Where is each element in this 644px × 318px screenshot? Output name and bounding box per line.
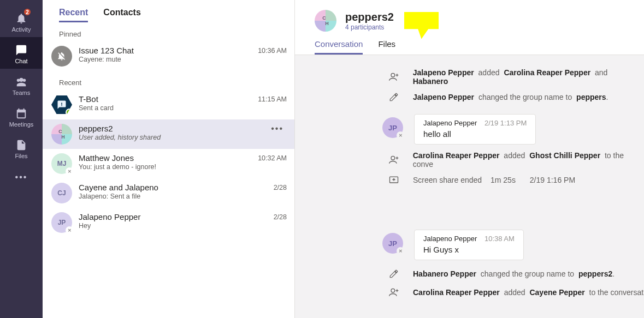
rail-label: Files: [15, 153, 27, 159]
system-screenshare: Screen share ended 1m 25s 2/19 1:16 PM: [295, 171, 644, 189]
chat-preview: Jalapeno: Sent a file: [79, 193, 269, 200]
rail-more[interactable]: •••: [15, 167, 28, 188]
message-bubble[interactable]: Jalapeno Pepper 10:38 AM Hi Guys x: [414, 230, 524, 260]
svg-point-3: [391, 289, 395, 292]
chat-list-panel: Recent Contacts Pinned Issue 123 Chat Ca…: [43, 0, 295, 318]
rail-files[interactable]: Files: [0, 132, 43, 164]
group-avatar: C H: [315, 10, 336, 32]
rail-label: Activity: [12, 26, 31, 33]
activity-badge: 2: [23, 8, 32, 16]
chat-time: 11:15 AM: [258, 94, 287, 103]
chat-time: 10:32 AM: [258, 153, 287, 162]
tab-files[interactable]: Files: [378, 39, 395, 55]
chat-title: T-Bot: [79, 94, 253, 104]
chat-time: 2/28: [274, 183, 287, 191]
chat-title: Cayene and Jalapeno: [79, 183, 269, 192]
rail-label: Chat: [15, 58, 27, 64]
rail-label: Meetings: [9, 121, 34, 128]
system-added-2: Carolina Reaper Pepper added Ghost Chill…: [295, 149, 644, 171]
muted-bell-icon: [51, 46, 72, 67]
list-tabs: Recent Contacts: [43, 0, 294, 22]
user-avatar: JP ✕: [51, 212, 72, 233]
teams-icon: [14, 74, 29, 89]
svg-point-0: [391, 73, 395, 77]
message-1: JP ✕ Jalapeno Pepper 2/19 1:13 PM hello …: [295, 106, 644, 149]
message-body: hello all: [423, 129, 527, 139]
message-timestamp: 10:38 AM: [485, 235, 515, 243]
person-add-icon: [387, 153, 401, 167]
svg-point-1: [391, 156, 395, 160]
group-avatar: CJ: [51, 183, 72, 203]
user-avatar: JP ✕: [382, 233, 403, 254]
chat-title: peppers2: [79, 124, 268, 133]
message-2: JP ✕ Jalapeno Pepper 10:38 AM Hi Guys x: [295, 222, 644, 265]
chat-row-tbot[interactable]: T-Bot Sent a card 11:15 AM: [43, 90, 294, 119]
chat-row-jalapeno[interactable]: JP ✕ Jalapeno Pepper Hey 2/28: [43, 208, 294, 237]
person-add-icon: [387, 285, 401, 299]
pencil-icon: [387, 90, 401, 104]
tab-conversation[interactable]: Conversation: [315, 39, 363, 55]
rail-activity[interactable]: Activity 2: [0, 5, 43, 37]
section-pinned: Pinned: [43, 22, 294, 41]
chat-time: 2/28: [274, 212, 287, 221]
participants-link[interactable]: 4 participants: [345, 23, 394, 31]
message-bubble[interactable]: Jalapeno Pepper 2/19 1:13 PM hello all: [414, 114, 536, 145]
user-avatar: MJ ✕: [51, 153, 72, 174]
pencil-icon: [387, 267, 401, 281]
nav-rail: Activity 2 Chat Teams Meetings Files: [0, 0, 43, 318]
chat-preview: You: just a demo - ignore!: [79, 163, 253, 171]
message-author: Jalapeno Pepper: [423, 235, 477, 243]
tab-recent[interactable]: Recent: [59, 8, 88, 22]
bot-icon: [51, 94, 72, 115]
chat-row-more[interactable]: •••: [268, 124, 287, 134]
conversation-feed: Jalapeno Pepper added Carolina Reaper Pe…: [295, 55, 644, 318]
message-timestamp: 2/19 1:13 PM: [485, 119, 527, 127]
chat-title: Matthew Jones: [79, 153, 253, 163]
rail-meetings[interactable]: Meetings: [0, 100, 43, 132]
group-avatar: C H: [51, 124, 72, 145]
chat-row-cayene-jalapeno[interactable]: CJ Cayene and Jalapeno Jalapeno: Sent a …: [43, 178, 294, 208]
section-recent: Recent: [43, 71, 294, 90]
chat-preview: Sent a card: [79, 104, 253, 112]
message-body: Hi Guys x: [423, 245, 515, 254]
rail-chat[interactable]: Chat: [0, 37, 43, 69]
system-rename-2: Habanero Pepper changed the group name t…: [295, 265, 644, 283]
chat-title: Jalapeno Pepper: [79, 212, 269, 221]
system-added-3: Carolina Reaper Pepper added Cayene Pepp…: [295, 283, 644, 302]
conversation-header-area: C H peppers2 4 participants Conversation…: [295, 0, 644, 55]
message-author: Jalapeno Pepper: [423, 119, 477, 127]
user-avatar: JP ✕: [382, 117, 403, 138]
chat-title: Issue 123 Chat: [79, 46, 253, 55]
app-root: Activity 2 Chat Teams Meetings Files: [0, 0, 644, 318]
rail-teams[interactable]: Teams: [0, 69, 43, 100]
chat-preview: Cayene: mute: [79, 56, 253, 63]
calendar-icon: [14, 106, 29, 121]
rail-label: Teams: [13, 89, 30, 96]
person-add-icon: [387, 70, 401, 84]
tab-contacts[interactable]: Contacts: [103, 8, 140, 22]
chat-row-matthew[interactable]: MJ ✕ Matthew Jones You: just a demo - ig…: [43, 149, 294, 178]
chat-icon: [14, 43, 29, 58]
chat-row-peppers2[interactable]: C H peppers2 User added, history shared …: [43, 119, 294, 149]
system-added-1: Jalapeno Pepper added Carolina Reaper Pe…: [295, 66, 644, 88]
chat-row-pinned-0[interactable]: Issue 123 Chat Cayene: mute 10:36 AM: [43, 41, 294, 71]
system-rename-1: Jalapeno Pepper changed the group name t…: [295, 88, 644, 106]
conversation-title: peppers2: [345, 11, 394, 23]
screen-share-icon: [387, 173, 401, 187]
conversation-panel: C H peppers2 4 participants Conversation…: [295, 0, 644, 318]
file-icon: [14, 137, 29, 153]
chat-preview: Hey: [79, 222, 269, 230]
chat-time: 10:36 AM: [258, 46, 287, 55]
chat-preview: User added, history shared: [79, 134, 268, 141]
